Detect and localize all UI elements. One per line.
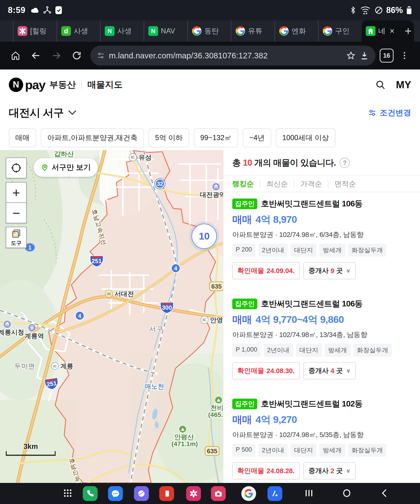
svg-text:유성: 유성 [139, 154, 152, 161]
browser-tab[interactable]: [힐링 [13, 20, 57, 42]
messages-app-icon[interactable] [108, 486, 123, 501]
tab-count-button[interactable]: 16 [380, 49, 394, 63]
budongsan-label[interactable]: 부동산 [49, 79, 76, 90]
svg-text:(471.1m): (471.1m) [171, 440, 198, 448]
sort-option[interactable]: 가격순 [294, 180, 328, 187]
view-only-seogu-button[interactable]: 서구만 보기 [33, 158, 98, 177]
filter-chip[interactable]: 5억 이하 [149, 128, 189, 147]
sort-option[interactable]: 랭킹순 [232, 180, 260, 187]
agents-dropdown[interactable]: 중개사 9 곳 ∨ [303, 262, 356, 279]
svg-text:4: 4 [78, 313, 81, 319]
internet-app-icon[interactable] [134, 486, 149, 501]
listing-tags: P 2002년이내대단지방세개화장실두개 [232, 244, 412, 257]
svg-text:서대전: 서대전 [115, 290, 134, 297]
listing-tag: 화장실두개 [348, 444, 386, 457]
pay-wordmark[interactable]: pay [25, 78, 45, 92]
filter-chip[interactable]: 1000세대 이상 [276, 128, 336, 147]
browser-tab[interactable]: 엔화 [274, 20, 318, 42]
browser-tab[interactable]: 구인 [318, 20, 362, 42]
map-marker-jc-seodaejeon: JC 서대전 [105, 290, 134, 297]
current-location-button[interactable] [6, 157, 27, 178]
listing-tag: 방세개 [319, 444, 345, 457]
browser-tab[interactable]: NNAV [144, 20, 187, 42]
map-label-seogu: 서구 [149, 325, 164, 333]
listing-footer: 확인매물 24.08.28. 중개사 2 곳 ∨ [232, 462, 412, 480]
owner-badge: 집주인 [232, 399, 257, 409]
battery-percent: 86% [386, 5, 403, 15]
ads-app-icon[interactable] [268, 486, 282, 501]
svg-text:천비산: 천비산 [210, 404, 223, 411]
filter-chip[interactable]: 매매 [9, 128, 36, 147]
listing-cluster-marker[interactable]: 10 [191, 223, 217, 249]
map-marker-route-4a: 4 [171, 264, 180, 273]
recents-button[interactable] [304, 488, 314, 499]
listing-title[interactable]: 호반써밋그랜드센트럴 102동 [261, 398, 363, 409]
camera-app-icon[interactable] [211, 486, 226, 501]
listing-card[interactable]: 집주인 호반써밋그랜드센트럴 106동 매매 4억 9,770~4억 9,860… [232, 292, 412, 379]
region-selector[interactable]: 대전시 서구 [9, 106, 64, 120]
browser-tab[interactable]: d사생 [57, 20, 100, 42]
listing-title[interactable]: 호반써밋그랜드센트럴 106동 [261, 198, 363, 209]
zoom-out-button[interactable]: − [6, 202, 27, 223]
bookmark-star-icon[interactable] [346, 51, 356, 60]
naver-logo[interactable]: N [9, 78, 23, 92]
sort-option[interactable]: 면적순 [328, 180, 362, 187]
svg-text:32: 32 [157, 181, 163, 187]
filter-chip[interactable]: 아파트,아파트분양권,재건축 [41, 128, 144, 147]
change-conditions-label: 조건변경 [380, 108, 411, 118]
gallery-app-icon[interactable] [186, 486, 201, 501]
forward-button[interactable] [47, 50, 66, 61]
google-app-icon[interactable] [241, 486, 256, 501]
map-tools-button[interactable]: 도구 [6, 227, 27, 248]
browser-tab[interactable]: N사생 [100, 20, 144, 42]
svg-text:4: 4 [174, 265, 177, 271]
zoom-in-button[interactable]: + [6, 182, 27, 203]
naver-favicon: N [105, 26, 115, 36]
filter-chip[interactable]: ~4년 [243, 128, 271, 147]
owner-badge: 집주인 [232, 299, 257, 309]
back-button[interactable] [26, 50, 45, 61]
svg-text:IC: IC [131, 156, 135, 159]
chevron-down-icon[interactable] [68, 107, 76, 115]
browser-menu-icon[interactable] [395, 50, 414, 61]
listing-tag: P 500 [232, 444, 256, 457]
reload-button[interactable] [67, 50, 86, 61]
view-only-seogu-label: 서구만 보기 [52, 162, 91, 173]
listing-card[interactable]: 집주인 호반써밋그랜드센트럴 102동 매매 4억 9,270아파트분양권 · … [232, 392, 412, 480]
browser-tab[interactable]: 동탄 [187, 20, 231, 42]
results-prefix: 총 [232, 157, 241, 169]
back-button[interactable] [379, 488, 390, 499]
sort-option[interactable]: 최신순 [260, 180, 294, 187]
phone-app-icon[interactable] [83, 486, 97, 501]
help-icon[interactable]: ? [340, 158, 350, 168]
agents-dropdown[interactable]: 중개사 4 곳 ∨ [303, 362, 356, 379]
my-menu-button[interactable]: MY [396, 79, 411, 90]
naver-favicon: N [148, 26, 158, 36]
listing-card[interactable]: 집주인 호반써밋그랜드센트럴 106동 매매 4억 8,970아파트분양권 · … [232, 192, 412, 279]
listing-title[interactable]: 호반써밋그랜드센트럴 106동 [261, 298, 363, 309]
svg-text:300: 300 [162, 304, 172, 311]
search-icon[interactable] [375, 79, 386, 90]
new-tab-button[interactable]: + [396, 20, 420, 42]
map-scale: 3km [6, 442, 56, 456]
filter-chip[interactable]: 99~132㎡ [194, 128, 238, 147]
download-icon[interactable] [360, 51, 369, 60]
home-button[interactable] [342, 488, 352, 499]
apps-grid-icon[interactable] [62, 488, 73, 499]
map-canvas[interactable]: 갑하산 (468.7m) IC 유성 32 대전광역시 호남고속지선 호남고속지… [0, 150, 223, 483]
site-settings-icon[interactable] [97, 52, 105, 60]
close-tab-icon[interactable]: × [390, 26, 395, 36]
google-favicon [279, 26, 289, 36]
agents-label: 중개사 [309, 266, 329, 275]
url-text[interactable]: m.land.naver.com/map/36.3081076:127.382 [109, 51, 342, 60]
cluster-count: 10 [199, 231, 210, 242]
url-bar[interactable]: m.land.naver.com/map/36.3081076:127.382 [90, 46, 376, 66]
home-button[interactable] [6, 50, 25, 61]
agents-dropdown[interactable]: 중개사 2 곳 ∨ [303, 462, 356, 480]
browser-tab[interactable]: 유튜 [231, 20, 274, 42]
change-conditions-button[interactable]: 조건변경 [368, 108, 411, 118]
listing-tag: 대단지 [291, 444, 317, 457]
price-amount: 4억 9,770~4억 9,860 [256, 314, 344, 325]
notes-app-icon[interactable] [159, 486, 174, 501]
listings-panel[interactable]: 총 10 개의 매물이 있습니다. ? 랭킹순최신순가격순면적순 집주인 호반써… [223, 150, 420, 483]
